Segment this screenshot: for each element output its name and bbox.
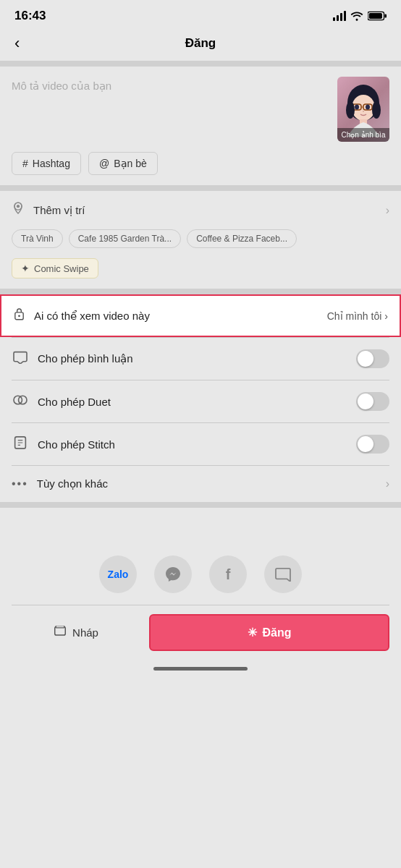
view-permission-value: Chỉ mình tôi › <box>327 310 388 322</box>
allow-duet-label: Cho phép Duet <box>38 396 347 408</box>
hashtag-button[interactable]: # Hashtag <box>12 152 81 175</box>
comments-toggle[interactable] <box>356 349 389 368</box>
svg-point-13 <box>372 101 381 119</box>
bottom-action-row: Nháp ✳ Đăng <box>0 605 401 660</box>
video-section: Mô tả video của bạn <box>0 67 401 152</box>
allow-comments-row: Cho phép bình luận <box>0 338 401 380</box>
view-permission-text: Chỉ mình tôi <box>327 310 382 322</box>
draft-button[interactable]: Nháp <box>12 616 140 650</box>
comment-icon <box>12 351 29 367</box>
page-title: Đăng <box>185 36 216 51</box>
svg-rect-22 <box>56 626 64 628</box>
section-divider-1 <box>0 185 401 191</box>
zalo-icon: Zalo <box>99 556 137 593</box>
friends-label: Bạn bè <box>114 158 147 169</box>
svg-point-15 <box>17 205 20 208</box>
location-chip-2[interactable]: Coffee & Pizza Faceb... <box>187 229 297 248</box>
messenger-icon <box>154 556 192 593</box>
home-indicator <box>0 660 401 675</box>
location-section[interactable]: Thêm vị trí › <box>0 191 401 229</box>
lock-icon <box>13 307 25 325</box>
more-options-row[interactable]: ••• Tùy chọn khác › <box>0 466 401 502</box>
stitch-icon <box>12 435 29 454</box>
hashtag-icon: # <box>22 158 28 169</box>
location-text: Thêm vị trí <box>33 204 377 217</box>
status-bar: 16:43 <box>0 0 401 29</box>
svg-point-10 <box>363 111 364 112</box>
location-chevron: › <box>386 204 389 217</box>
view-permission-row[interactable]: Ai có thể xem video này Chỉ mình tôi › <box>0 294 401 337</box>
comments-toggle-knob <box>358 351 373 367</box>
duet-toggle[interactable] <box>356 392 389 411</box>
home-bar <box>153 667 248 671</box>
status-icons <box>333 11 387 21</box>
location-chip-0[interactable]: Trà Vinh <box>12 229 63 248</box>
friends-button[interactable]: @ Bạn bè <box>88 152 158 175</box>
post-label: Đăng <box>263 626 292 639</box>
svg-point-12 <box>346 101 355 119</box>
message-icon <box>264 556 302 593</box>
location-chip-1[interactable]: Cafe 1985 Garden Trà... <box>69 229 181 248</box>
signal-icon <box>333 11 346 21</box>
post-icon: ✳ <box>248 626 257 639</box>
svg-point-17 <box>18 315 20 317</box>
svg-point-9 <box>366 104 370 109</box>
video-description-input[interactable]: Mô tả video của bạn <box>12 77 329 93</box>
section-divider-3 <box>0 502 401 508</box>
wifi-icon <box>350 11 363 21</box>
draft-label: Nháp <box>72 626 98 639</box>
content-spacer <box>0 508 401 544</box>
view-chevron: › <box>384 310 388 322</box>
facebook-icon: f <box>209 556 247 593</box>
location-chips: Trà Vinh Cafe 1985 Garden Trà... Coffee … <box>0 229 401 258</box>
facebook-share-button[interactable]: f <box>209 556 247 593</box>
message-share-button[interactable] <box>264 556 302 593</box>
hashtag-label: Hashtag <box>33 158 70 169</box>
duet-icon <box>12 393 29 410</box>
svg-point-8 <box>355 104 359 109</box>
messenger-share-button[interactable] <box>154 556 192 593</box>
section-divider-2 <box>0 289 401 294</box>
social-share-row: Zalo f <box>0 544 401 605</box>
allow-stitch-row: Cho phép Stitch <box>0 423 401 465</box>
svg-rect-1 <box>384 14 387 17</box>
draft-icon <box>54 626 67 640</box>
header: ‹ Đăng <box>0 29 401 61</box>
comic-swipe-icon: ✦ <box>21 263 30 274</box>
svg-rect-2 <box>369 13 382 19</box>
cover-label[interactable]: Chọn ảnh bìa <box>337 128 389 142</box>
location-icon <box>12 201 25 219</box>
allow-comments-label: Cho phép bình luận <box>38 352 347 365</box>
comic-swipe-tag[interactable]: ✦ Comic Swipe <box>12 258 98 278</box>
allow-duet-row: Cho phép Duet <box>0 380 401 422</box>
top-divider <box>0 61 401 67</box>
battery-icon <box>368 11 387 21</box>
allow-stitch-label: Cho phép Stitch <box>38 438 347 451</box>
post-button[interactable]: ✳ Đăng <box>149 614 389 651</box>
zalo-share-button[interactable]: Zalo <box>99 556 137 593</box>
view-permission-label: Ai có thể xem video này <box>34 310 318 323</box>
comic-swipe-label: Comic Swipe <box>34 263 89 274</box>
tag-row: # Hashtag @ Bạn bè <box>0 152 401 185</box>
stitch-toggle-knob <box>358 436 373 452</box>
more-options-chevron: › <box>386 477 389 490</box>
duet-toggle-knob <box>358 393 373 409</box>
back-button[interactable]: ‹ <box>14 34 20 53</box>
video-thumbnail[interactable]: Chọn ảnh bìa <box>337 77 389 142</box>
comic-swipe-row: ✦ Comic Swipe <box>0 258 401 289</box>
dots-icon: ••• <box>12 477 28 490</box>
more-options-label: Tùy chọn khác <box>37 477 377 490</box>
at-icon: @ <box>99 158 109 169</box>
stitch-toggle[interactable] <box>356 435 389 454</box>
svg-point-18 <box>14 396 22 404</box>
status-time: 16:43 <box>14 9 46 23</box>
